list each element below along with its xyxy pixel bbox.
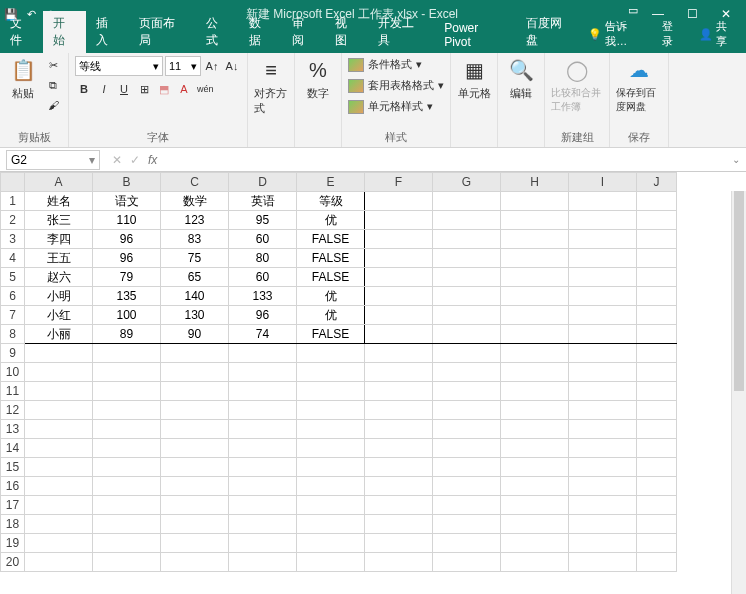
cell-D15[interactable] <box>229 458 297 477</box>
formula-input[interactable] <box>157 150 732 170</box>
cell-H9[interactable] <box>501 344 569 363</box>
cell-B18[interactable] <box>93 515 161 534</box>
cells-table[interactable]: ABCDEFGHIJ1姓名语文数学英语等级2张三11012395优3李四9683… <box>0 172 677 572</box>
cell-D16[interactable] <box>229 477 297 496</box>
col-header-E[interactable]: E <box>297 173 365 192</box>
cell-H3[interactable] <box>501 230 569 249</box>
cell-H5[interactable] <box>501 268 569 287</box>
cell-E14[interactable] <box>297 439 365 458</box>
col-header-F[interactable]: F <box>365 173 433 192</box>
row-header-12[interactable]: 12 <box>1 401 25 420</box>
cell-H20[interactable] <box>501 553 569 572</box>
cell-D20[interactable] <box>229 553 297 572</box>
cell-A3[interactable]: 李四 <box>25 230 93 249</box>
cell-C5[interactable]: 65 <box>161 268 229 287</box>
cell-D11[interactable] <box>229 382 297 401</box>
cell-G6[interactable] <box>433 287 501 306</box>
cell-G2[interactable] <box>433 211 501 230</box>
tab-power-pivot[interactable]: Power Pivot <box>434 17 516 53</box>
cell-A2[interactable]: 张三 <box>25 211 93 230</box>
row-header-2[interactable]: 2 <box>1 211 25 230</box>
cell-D8[interactable]: 74 <box>229 325 297 344</box>
col-header-B[interactable]: B <box>93 173 161 192</box>
cell-J18[interactable] <box>637 515 677 534</box>
cell-G12[interactable] <box>433 401 501 420</box>
fx-icon[interactable]: fx <box>148 153 157 167</box>
cell-B14[interactable] <box>93 439 161 458</box>
cell-G19[interactable] <box>433 534 501 553</box>
cell-F17[interactable] <box>365 496 433 515</box>
cell-A16[interactable] <box>25 477 93 496</box>
cell-D5[interactable]: 60 <box>229 268 297 287</box>
cell-A13[interactable] <box>25 420 93 439</box>
cell-H4[interactable] <box>501 249 569 268</box>
row-header-5[interactable]: 5 <box>1 268 25 287</box>
cell-B6[interactable]: 135 <box>93 287 161 306</box>
copy-icon[interactable]: ⧉ <box>44 76 62 94</box>
cell-D13[interactable] <box>229 420 297 439</box>
conditional-format-button[interactable]: 条件格式▾ <box>348 56 422 73</box>
cell-F20[interactable] <box>365 553 433 572</box>
cell-F14[interactable] <box>365 439 433 458</box>
cell-D2[interactable]: 95 <box>229 211 297 230</box>
tab-data[interactable]: 数据 <box>239 11 282 53</box>
cell-E7[interactable]: 优 <box>297 306 365 325</box>
enter-formula-icon[interactable]: ✓ <box>130 153 140 167</box>
cell-E16[interactable] <box>297 477 365 496</box>
cell-I19[interactable] <box>569 534 637 553</box>
cell-A15[interactable] <box>25 458 93 477</box>
cell-E18[interactable] <box>297 515 365 534</box>
cell-G14[interactable] <box>433 439 501 458</box>
cell-G1[interactable] <box>433 192 501 211</box>
cell-B12[interactable] <box>93 401 161 420</box>
cell-I20[interactable] <box>569 553 637 572</box>
name-box[interactable]: G2▾ <box>6 150 100 170</box>
cell-C12[interactable] <box>161 401 229 420</box>
cell-H7[interactable] <box>501 306 569 325</box>
cell-G18[interactable] <box>433 515 501 534</box>
share-button[interactable]: 👤共享 <box>693 15 742 53</box>
expand-formula-icon[interactable]: ⌄ <box>732 154 740 165</box>
cell-J10[interactable] <box>637 363 677 382</box>
cell-I11[interactable] <box>569 382 637 401</box>
cell-B1[interactable]: 语文 <box>93 192 161 211</box>
cell-E12[interactable] <box>297 401 365 420</box>
cell-J3[interactable] <box>637 230 677 249</box>
cell-A12[interactable] <box>25 401 93 420</box>
cell-J9[interactable] <box>637 344 677 363</box>
cell-H2[interactable] <box>501 211 569 230</box>
tab-formulas[interactable]: 公式 <box>196 11 239 53</box>
cell-A19[interactable] <box>25 534 93 553</box>
cell-B13[interactable] <box>93 420 161 439</box>
cell-C16[interactable] <box>161 477 229 496</box>
tab-home[interactable]: 开始 <box>43 11 86 53</box>
fill-color-icon[interactable]: ⬒ <box>155 80 173 98</box>
phonetic-icon[interactable]: wén <box>195 80 216 98</box>
cell-C15[interactable] <box>161 458 229 477</box>
cell-F9[interactable] <box>365 344 433 363</box>
alignment-button[interactable]: ≡ 对齐方式 <box>254 56 288 116</box>
cell-F12[interactable] <box>365 401 433 420</box>
cell-H17[interactable] <box>501 496 569 515</box>
cell-D7[interactable]: 96 <box>229 306 297 325</box>
cell-J12[interactable] <box>637 401 677 420</box>
cell-A18[interactable] <box>25 515 93 534</box>
cell-G17[interactable] <box>433 496 501 515</box>
cell-B10[interactable] <box>93 363 161 382</box>
cell-J4[interactable] <box>637 249 677 268</box>
row-header-14[interactable]: 14 <box>1 439 25 458</box>
cell-E20[interactable] <box>297 553 365 572</box>
cell-G5[interactable] <box>433 268 501 287</box>
cell-B15[interactable] <box>93 458 161 477</box>
cell-A1[interactable]: 姓名 <box>25 192 93 211</box>
select-all-corner[interactable] <box>1 173 25 192</box>
cell-I8[interactable] <box>569 325 637 344</box>
cell-J16[interactable] <box>637 477 677 496</box>
cell-G13[interactable] <box>433 420 501 439</box>
cell-F4[interactable] <box>365 249 433 268</box>
tell-me[interactable]: 💡告诉我… <box>582 15 652 53</box>
cell-D9[interactable] <box>229 344 297 363</box>
cell-C2[interactable]: 123 <box>161 211 229 230</box>
cell-E15[interactable] <box>297 458 365 477</box>
cell-B11[interactable] <box>93 382 161 401</box>
